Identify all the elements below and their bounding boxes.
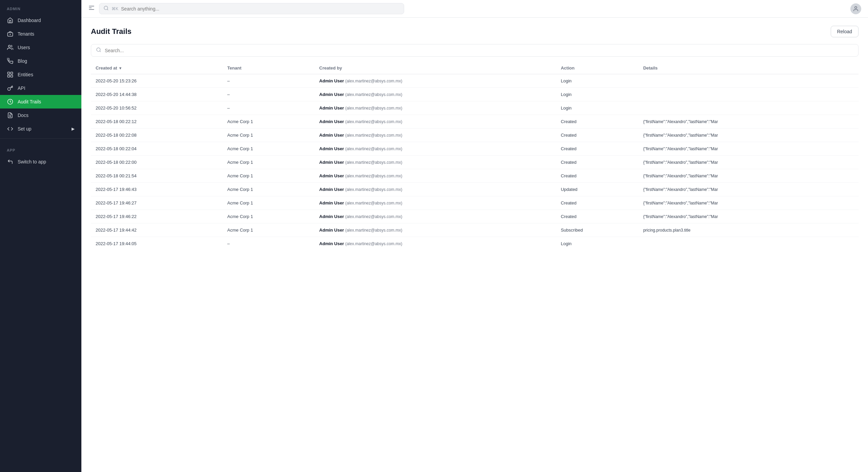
reload-button[interactable]: Reload <box>831 26 859 37</box>
home-icon <box>7 17 14 24</box>
cell-created-by: Admin User (alex.martinez@absys.com.mx) <box>315 129 556 142</box>
cell-created-at: 2022-05-17 19:46:27 <box>91 196 222 210</box>
cell-tenant: Acme Corp 1 <box>222 196 314 210</box>
cell-action: Created <box>556 196 638 210</box>
cell-created-at: 2022-05-20 15:23:26 <box>91 74 222 88</box>
cell-action: Created <box>556 142 638 156</box>
svg-point-16 <box>855 6 857 8</box>
sidebar-item-label: Users <box>18 45 30 50</box>
cell-tenant: – <box>222 74 314 88</box>
avatar[interactable] <box>850 3 861 14</box>
cell-details: {"firstName":"Alexandro","lastName":"Mar <box>638 196 859 210</box>
cell-details: {"firstName":"Alexandro","lastName":"Mar <box>638 156 859 169</box>
cell-created-by: Admin User (alex.martinez@absys.com.mx) <box>315 223 556 237</box>
sidebar-item-entities[interactable]: Entities <box>0 68 81 81</box>
cell-tenant: Acme Corp 1 <box>222 169 314 183</box>
table-row: 2022-05-18 00:22:04Acme Corp 1Admin User… <box>91 142 859 156</box>
th-details: Details <box>638 62 859 74</box>
th-created-at[interactable]: Created at ▼ <box>91 62 222 74</box>
blog-icon <box>7 58 14 64</box>
audit-icon <box>7 98 14 105</box>
sidebar-item-label: Entities <box>18 72 33 77</box>
cell-created-at: 2022-05-17 19:44:42 <box>91 223 222 237</box>
table-row: 2022-05-17 19:44:05–Admin User (alex.mar… <box>91 237 859 251</box>
sidebar-item-api[interactable]: API <box>0 81 81 95</box>
sidebar-app-label: APP <box>0 141 81 155</box>
cell-details: {"firstName":"Alexandro","lastName":"Mar <box>638 183 859 196</box>
search-input[interactable] <box>121 6 400 12</box>
cell-tenant: – <box>222 237 314 251</box>
svg-rect-7 <box>11 75 13 77</box>
tenants-icon <box>7 31 14 37</box>
sidebar-item-setup[interactable]: Set up ▶ <box>0 122 81 136</box>
cell-details: {"firstName":"Alexandro","lastName":"Mar <box>638 142 859 156</box>
table-row: 2022-05-18 00:22:12Acme Corp 1Admin User… <box>91 115 859 129</box>
sidebar-item-switch-to-app[interactable]: Switch to app <box>0 155 81 169</box>
th-created-by: Created by <box>315 62 556 74</box>
th-action: Action <box>556 62 638 74</box>
table-row: 2022-05-18 00:21:54Acme Corp 1Admin User… <box>91 169 859 183</box>
cell-action: Login <box>556 101 638 115</box>
cell-created-at: 2022-05-20 14:44:38 <box>91 88 222 101</box>
cell-created-by: Admin User (alex.martinez@absys.com.mx) <box>315 88 556 101</box>
svg-rect-6 <box>8 75 10 77</box>
cell-created-at: 2022-05-17 19:46:43 <box>91 183 222 196</box>
svg-point-17 <box>97 48 100 52</box>
cell-action: Subscribed <box>556 223 638 237</box>
menu-icon[interactable] <box>88 4 95 13</box>
cell-tenant: Acme Corp 1 <box>222 129 314 142</box>
sidebar-item-label: Dashboard <box>18 18 41 23</box>
sidebar-item-docs[interactable]: Docs <box>0 109 81 122</box>
page-title: Audit Trails <box>91 27 132 36</box>
cell-action: Login <box>556 74 638 88</box>
sidebar-item-label: Switch to app <box>18 159 46 164</box>
table-row: 2022-05-20 10:56:52–Admin User (alex.mar… <box>91 101 859 115</box>
sidebar-item-blog[interactable]: Blog <box>0 54 81 68</box>
cell-details: {"firstName":"Alexandro","lastName":"Mar <box>638 115 859 129</box>
cell-created-at: 2022-05-17 19:46:22 <box>91 210 222 223</box>
table-row: 2022-05-17 19:46:22Acme Corp 1Admin User… <box>91 210 859 223</box>
table-search-input[interactable] <box>105 48 853 53</box>
cell-created-by: Admin User (alex.martinez@absys.com.mx) <box>315 237 556 251</box>
page-header: Audit Trails Reload <box>91 26 859 37</box>
sidebar-item-users[interactable]: Users <box>0 41 81 54</box>
sidebar-item-dashboard[interactable]: Dashboard <box>0 14 81 27</box>
setup-icon <box>7 125 14 132</box>
cell-action: Created <box>556 169 638 183</box>
sidebar-admin-label: ADMIN <box>0 0 81 14</box>
search-hint: ⌘K <box>112 6 118 11</box>
sidebar-item-tenants[interactable]: Tenants <box>0 27 81 41</box>
table-search-bar[interactable] <box>91 44 859 57</box>
cell-details: {"firstName":"Alexandro","lastName":"Mar <box>638 169 859 183</box>
cell-details <box>638 237 859 251</box>
table-row: 2022-05-17 19:44:42Acme Corp 1Admin User… <box>91 223 859 237</box>
cell-action: Created <box>556 115 638 129</box>
topbar: ⌘K <box>81 0 868 18</box>
cell-action: Login <box>556 237 638 251</box>
cell-created-at: 2022-05-18 00:22:04 <box>91 142 222 156</box>
cell-details <box>638 88 859 101</box>
cell-action: Updated <box>556 183 638 196</box>
cell-details: pricing.products.plan3.title <box>638 223 859 237</box>
chevron-right-icon: ▶ <box>72 126 75 131</box>
th-tenant: Tenant <box>222 62 314 74</box>
sidebar-divider <box>0 138 81 139</box>
cell-details: {"firstName":"Alexandro","lastName":"Mar <box>638 129 859 142</box>
cell-created-by: Admin User (alex.martinez@absys.com.mx) <box>315 183 556 196</box>
cell-created-by: Admin User (alex.martinez@absys.com.mx) <box>315 142 556 156</box>
sidebar-item-audit-trails[interactable]: Audit Trails <box>0 95 81 109</box>
sidebar-item-label: Docs <box>18 113 28 118</box>
table-row: 2022-05-20 14:44:38–Admin User (alex.mar… <box>91 88 859 101</box>
table-row: 2022-05-20 15:23:26–Admin User (alex.mar… <box>91 74 859 88</box>
sidebar-item-label: Tenants <box>18 31 34 37</box>
svg-point-3 <box>8 45 11 47</box>
global-search-bar[interactable]: ⌘K <box>99 3 404 14</box>
svg-line-18 <box>100 51 101 52</box>
cell-action: Created <box>556 156 638 169</box>
search-icon <box>103 5 109 12</box>
cell-created-at: 2022-05-20 10:56:52 <box>91 101 222 115</box>
sidebar-item-label: Audit Trails <box>18 99 41 104</box>
table-header-row: Created at ▼ Tenant Created by Action De… <box>91 62 859 74</box>
page-content: Audit Trails Reload Created at ▼ Tenant <box>81 18 868 472</box>
cell-created-at: 2022-05-17 19:44:05 <box>91 237 222 251</box>
